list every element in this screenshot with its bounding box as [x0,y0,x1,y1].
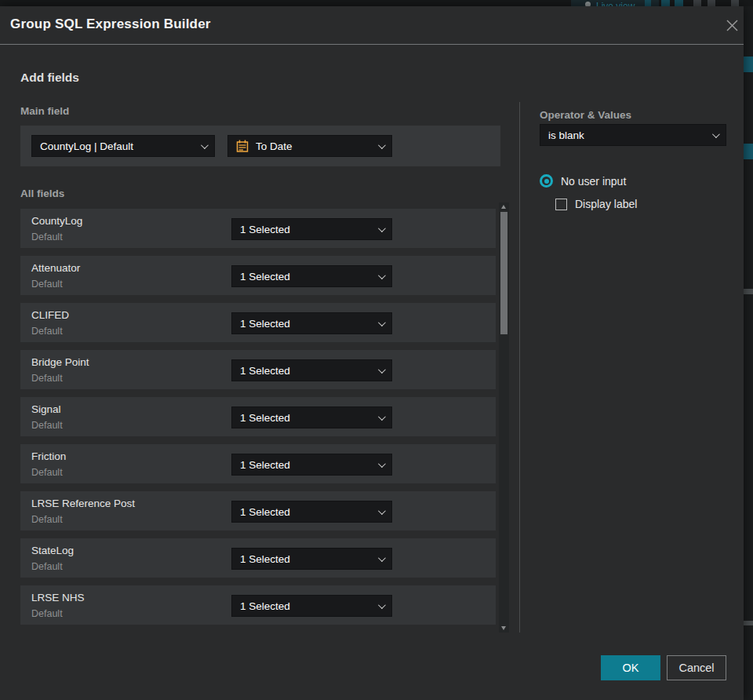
cancel-button[interactable]: Cancel [667,655,726,680]
row-selected-dropdown[interactable]: 1 Selected [231,595,392,617]
field-subtitle: Default [31,608,63,619]
chevron-down-icon [378,601,386,609]
field-row: LRSE NHS Default 1 Selected [20,585,496,625]
field-row: Bridge Point Default 1 Selected [20,350,496,389]
all-fields-label: All fields [20,188,64,199]
field-name: Attenuator [31,262,80,274]
background-panel-fragment [744,621,753,625]
toolbar-icon-fragment [645,0,651,6]
all-fields-list: CountyLog Default 1 Selected Attenuator … [20,209,496,633]
field-subtitle: Default [31,373,63,384]
live-view-label: Live view [596,1,635,6]
row-selected-dropdown[interactable]: 1 Selected [231,312,392,334]
row-selected-value: 1 Selected [240,412,372,424]
group-sql-expression-builder-dialog: Group SQL Expression Builder Add fields … [0,6,744,700]
field-subtitle: Default [31,467,63,478]
row-selected-dropdown[interactable]: 1 Selected [231,265,392,287]
fields-scrollbar[interactable] [499,202,509,633]
field-type-select[interactable]: To Date [227,135,392,157]
row-selected-dropdown[interactable]: 1 Selected [231,548,392,570]
main-field-label: Main field [20,105,69,117]
chevron-down-icon [378,272,386,279]
main-field-select[interactable]: CountyLog | Default [31,135,215,157]
operator-values-label: Operator & Values [540,109,631,121]
field-name: LRSE Reference Post [31,498,135,509]
toolbar-icon-fragment [661,0,670,6]
field-name: Bridge Point [31,356,89,368]
display-label-label: Display label [575,198,637,210]
row-selected-value: 1 Selected [240,600,372,612]
background-app-right-strip [744,6,753,700]
row-selected-dropdown[interactable]: 1 Selected [231,218,392,240]
field-name: CountyLog [31,215,82,227]
chevron-down-icon [378,141,386,149]
chevron-down-icon [378,319,386,326]
chevron-down-icon [378,413,386,421]
operator-select[interactable]: is blank [540,124,726,146]
field-type-select-value: To Date [256,140,372,152]
panel-divider [519,102,520,633]
field-subtitle: Default [31,279,63,290]
row-selected-value: 1 Selected [240,224,372,235]
chevron-down-icon [378,366,386,374]
add-fields-heading: Add fields [20,71,79,85]
row-selected-dropdown[interactable]: 1 Selected [231,407,392,428]
field-row: CountyLog Default 1 Selected [20,209,496,248]
field-subtitle: Default [31,232,63,242]
row-selected-dropdown[interactable]: 1 Selected [231,454,392,476]
main-field-container: CountyLog | Default To Date [20,126,500,166]
calendar-icon [236,140,249,153]
row-selected-value: 1 Selected [240,459,372,471]
field-subtitle: Default [31,326,63,337]
scrollbar-down-arrow-icon[interactable] [501,626,506,630]
background-panel-fragment [744,144,753,159]
checkbox-unchecked-icon [555,199,567,210]
row-selected-value: 1 Selected [240,318,372,330]
row-selected-value: 1 Selected [240,365,372,377]
background-panel-fragment [744,289,753,294]
toolbar-icon-fragment [693,0,701,6]
field-row: Signal Default 1 Selected [20,397,496,436]
field-row: StateLog Default 1 Selected [20,538,496,578]
close-icon [726,20,738,31]
row-selected-value: 1 Selected [240,506,372,518]
radio-selected-icon [540,174,553,188]
scrollbar-thumb[interactable] [500,212,507,334]
field-name: Signal [31,403,61,415]
row-selected-dropdown[interactable]: 1 Selected [231,501,392,523]
field-name: Friction [31,450,66,462]
no-user-input-radio[interactable]: No user input [540,174,626,188]
toolbar-icon-fragment [708,0,715,6]
field-row: CLIFED Default 1 Selected [20,303,496,342]
row-selected-dropdown[interactable]: 1 Selected [231,359,392,381]
field-subtitle: Default [31,514,63,525]
scrollbar-up-arrow-icon[interactable] [501,205,506,209]
display-label-checkbox[interactable]: Display label [555,198,637,210]
main-field-select-value: CountyLog | Default [40,140,195,152]
no-user-input-label: No user input [561,175,626,188]
background-app-top-strip: Live view [0,0,753,6]
chevron-down-icon [378,460,386,468]
close-button[interactable] [722,14,742,36]
field-name: LRSE NHS [31,592,85,603]
field-subtitle: Default [31,561,63,572]
chevron-down-icon [712,130,720,138]
ok-button[interactable]: OK [601,655,660,680]
chevron-down-icon [378,507,386,515]
field-row: Attenuator Default 1 Selected [20,256,496,295]
row-selected-value: 1 Selected [240,553,372,565]
chevron-down-icon [378,224,386,232]
field-row: LRSE Reference Post Default 1 Selected [20,491,496,530]
field-name: StateLog [31,545,74,556]
dialog-title: Group SQL Expression Builder [10,16,211,32]
chevron-down-icon [201,141,209,149]
screen: Live view Group SQL Expression Builder A… [0,0,753,700]
field-name: CLIFED [31,309,69,321]
operator-select-value: is blank [548,129,706,141]
field-subtitle: Default [31,420,63,431]
row-selected-value: 1 Selected [240,271,372,283]
background-panel-fragment [744,57,753,72]
field-row: Friction Default 1 Selected [20,444,496,483]
dialog-titlebar: Group SQL Expression Builder [0,6,744,45]
toolbar-icon-fragment [675,0,683,6]
